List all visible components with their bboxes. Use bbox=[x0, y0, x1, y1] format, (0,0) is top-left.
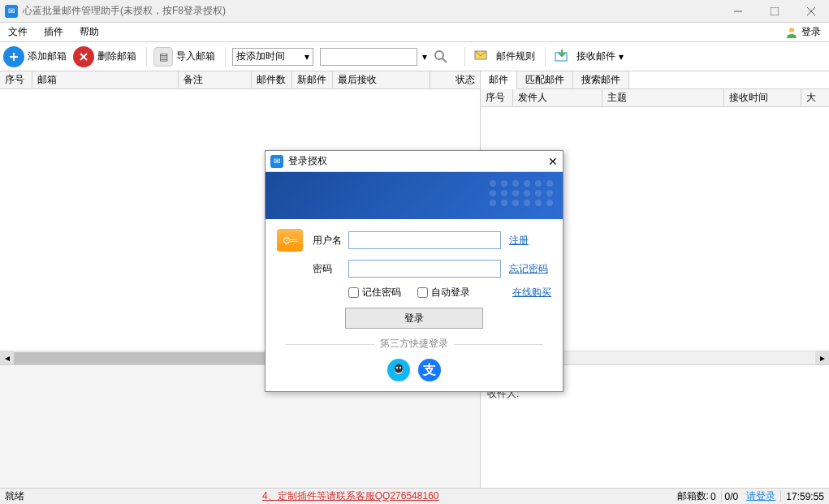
col-mailbox[interactable]: 邮箱 bbox=[32, 71, 179, 88]
receive-icon bbox=[552, 46, 573, 67]
app-icon: ✉ bbox=[5, 5, 18, 18]
key-icon: ⊙═ bbox=[277, 229, 303, 252]
col-receive-time[interactable]: 接收时间 bbox=[724, 89, 801, 106]
left-table-header: 序号 邮箱 备注 邮件数 新邮件 最后接收 状态 bbox=[0, 71, 480, 89]
status-login-link[interactable]: 请登录 bbox=[746, 489, 775, 503]
maximize-button[interactable] bbox=[756, 0, 792, 23]
password-input[interactable] bbox=[348, 260, 501, 278]
remember-checkbox[interactable]: 记住密码 bbox=[348, 286, 401, 299]
svg-point-14 bbox=[395, 364, 403, 373]
chevron-down-icon[interactable]: ▾ bbox=[422, 51, 427, 62]
rules-icon bbox=[472, 46, 493, 67]
col-seq[interactable]: 序号 bbox=[0, 71, 32, 88]
status-mailbox-count: 0 bbox=[710, 491, 716, 502]
svg-point-15 bbox=[396, 367, 398, 369]
password-label: 密码 bbox=[313, 262, 348, 276]
col-subject[interactable]: 主题 bbox=[602, 89, 724, 106]
minimize-button[interactable] bbox=[719, 0, 756, 23]
auto-login-checkbox[interactable]: 自动登录 bbox=[417, 286, 470, 299]
svg-line-10 bbox=[443, 58, 447, 62]
third-party-label: 第三方快捷登录 bbox=[277, 337, 551, 351]
col-mailcount[interactable]: 邮件数 bbox=[252, 71, 292, 88]
login-button[interactable]: 登录 bbox=[345, 308, 483, 329]
sort-dropdown[interactable]: 按添加时间 ▾ bbox=[232, 48, 313, 66]
tab-match-mail[interactable]: 匹配邮件 bbox=[517, 71, 573, 88]
status-mailbox-label: 邮箱数: bbox=[677, 489, 709, 503]
dialog-title-bar[interactable]: ✉ 登录授权 ✕ bbox=[266, 151, 563, 172]
user-icon bbox=[785, 26, 798, 39]
dialog-banner bbox=[266, 172, 563, 219]
menu-login[interactable]: 登录 bbox=[785, 25, 829, 39]
status-progress: 0/0 bbox=[721, 491, 742, 502]
buy-link[interactable]: 在线购买 bbox=[512, 286, 551, 299]
svg-point-16 bbox=[399, 367, 401, 369]
menu-help[interactable]: 帮助 bbox=[71, 23, 107, 41]
scroll-left-icon[interactable]: ◂ bbox=[0, 351, 14, 365]
x-icon bbox=[73, 46, 94, 67]
receive-mail-button[interactable]: 接收邮件 ▾ bbox=[552, 45, 627, 69]
search-button[interactable] bbox=[430, 45, 458, 69]
right-tabs: 邮件 匹配邮件 搜索邮件 bbox=[481, 71, 829, 89]
col-size[interactable]: 大 bbox=[801, 89, 829, 106]
right-table-header: 序号 发件人 主题 接收时间 大 bbox=[481, 89, 829, 107]
import-icon: ▤ bbox=[153, 47, 173, 67]
app-icon: ✉ bbox=[270, 155, 283, 168]
close-button[interactable] bbox=[792, 0, 829, 23]
tab-mail[interactable]: 邮件 bbox=[481, 71, 517, 89]
add-mailbox-button[interactable]: 添加邮箱 bbox=[3, 45, 70, 69]
svg-rect-1 bbox=[771, 7, 779, 15]
menu-file[interactable]: 文件 bbox=[0, 23, 36, 41]
register-link[interactable]: 注册 bbox=[509, 234, 551, 248]
plus-icon bbox=[3, 46, 24, 67]
chevron-down-icon: ▾ bbox=[304, 51, 309, 62]
svg-point-9 bbox=[435, 51, 443, 59]
col-status[interactable]: 状态 bbox=[430, 71, 480, 88]
col-remark[interactable]: 备注 bbox=[179, 71, 252, 88]
magnifier-icon bbox=[430, 46, 451, 67]
col-seq[interactable]: 序号 bbox=[481, 89, 513, 106]
menu-bar: 文件 插件 帮助 登录 bbox=[0, 23, 829, 42]
menu-plugin[interactable]: 插件 bbox=[36, 23, 71, 41]
toolbar: 添加邮箱 删除邮箱 ▤ 导入邮箱 按添加时间 ▾ ▾ 邮件规则 接收邮件 ▾ bbox=[0, 42, 829, 71]
search-input[interactable] bbox=[320, 48, 417, 66]
scroll-right-icon[interactable]: ▸ bbox=[815, 351, 829, 365]
status-ready: 就绪 bbox=[5, 489, 24, 503]
login-dialog: ✉ 登录授权 ✕ ⊙═ 用户名 注册 密码 忘记密码 记住密码 自动登录 在线购… bbox=[265, 150, 563, 392]
status-ad-link[interactable]: 4、定制插件等请联系客服QQ276548160 bbox=[262, 490, 438, 502]
forgot-password-link[interactable]: 忘记密码 bbox=[509, 262, 551, 276]
dialog-title: 登录授权 bbox=[288, 154, 548, 168]
col-sender[interactable]: 发件人 bbox=[513, 89, 602, 106]
dialog-close-icon[interactable]: ✕ bbox=[548, 155, 558, 168]
alipay-login-icon[interactable]: 支 bbox=[418, 359, 441, 381]
title-bar: ✉ 心蓝批量邮件管理助手(未授权，按F8登录授权) bbox=[0, 0, 829, 23]
status-time: 17:59:55 bbox=[780, 491, 824, 502]
mail-rules-button[interactable]: 邮件规则 bbox=[472, 45, 538, 69]
delete-mailbox-button[interactable]: 删除邮箱 bbox=[73, 45, 140, 69]
svg-point-4 bbox=[789, 28, 794, 32]
chevron-down-icon: ▾ bbox=[619, 51, 624, 62]
scroll-thumb[interactable] bbox=[14, 352, 306, 364]
qq-login-icon[interactable] bbox=[387, 359, 410, 381]
status-bar: 就绪 4、定制插件等请联系客服QQ276548160 邮箱数: 0 0/0 请登… bbox=[0, 488, 829, 504]
tab-search-mail[interactable]: 搜索邮件 bbox=[573, 71, 629, 88]
import-mailbox-button[interactable]: ▤ 导入邮箱 bbox=[153, 45, 218, 69]
menu-login-label: 登录 bbox=[801, 25, 821, 39]
username-input[interactable] bbox=[348, 231, 501, 249]
window-title: 心蓝批量邮件管理助手(未授权，按F8登录授权) bbox=[23, 4, 719, 18]
col-lastreceive[interactable]: 最后接收 bbox=[333, 71, 430, 88]
col-newmail[interactable]: 新邮件 bbox=[292, 71, 333, 88]
username-label: 用户名 bbox=[313, 234, 348, 248]
